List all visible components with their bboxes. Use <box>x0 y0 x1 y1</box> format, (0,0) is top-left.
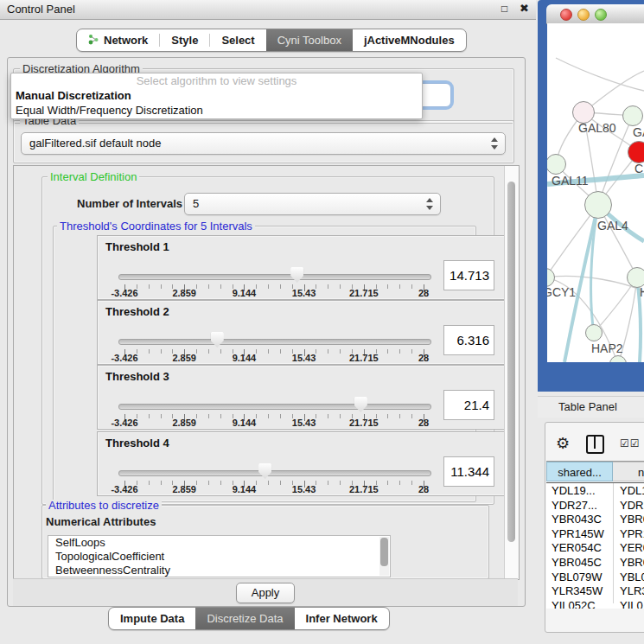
tab-impute-data[interactable]: Impute Data <box>109 608 195 629</box>
threshold-panel: Threshold 2-3.4262.8599.14415.4321.71528… <box>97 300 512 365</box>
cell-name: YER0 <box>620 540 644 555</box>
network-canvas[interactable]: GAL80GACGAL11GAL4GCY1HHAP2 <box>547 23 644 362</box>
threshold-value-field[interactable]: 11.344 <box>443 456 494 487</box>
mac-close-icon[interactable] <box>560 9 572 21</box>
slider-track[interactable] <box>118 274 431 280</box>
slider-tick <box>328 481 328 485</box>
table-row[interactable]: YER054CYER0 <box>546 540 644 555</box>
list-item[interactable]: BetweennessCentrality <box>48 564 390 577</box>
table-data-combo[interactable]: galFiltered.sif default node <box>21 132 506 155</box>
slider-tick-label: 15.43 <box>283 288 326 298</box>
algorithm-popup-options: Manual DiscretizationEqual Width/Frequen… <box>11 88 422 118</box>
table-row[interactable]: YPR145WYPR1 <box>546 526 644 541</box>
table-row[interactable]: YBL079WYBL0 <box>546 570 644 584</box>
network-window-titlebar[interactable] <box>546 4 644 24</box>
threshold-value-field[interactable]: 6.316 <box>443 325 494 355</box>
threshold-value-field[interactable]: 21.4 <box>443 390 494 420</box>
float-window-icon[interactable]: □ <box>501 3 507 15</box>
slider-tick <box>280 481 281 485</box>
number-of-intervals-combo[interactable]: 5 <box>184 193 441 215</box>
algorithm-option[interactable]: Equal Width/Frequency Discretization <box>11 103 422 118</box>
slider-tick <box>280 349 281 354</box>
table-row[interactable]: YIL052CYIL0 <box>546 598 644 609</box>
settings-scrollbar-thumb[interactable] <box>507 182 515 542</box>
network-node-label: GAL4 <box>597 219 628 233</box>
slider-tick <box>328 349 328 354</box>
algorithm-option[interactable]: Manual Discretization <box>11 88 422 103</box>
numerical-attributes-list[interactable]: SelfLoopsTopologicalCoefficientBetweenne… <box>48 535 391 577</box>
cell-name: YIL0 <box>620 598 643 609</box>
table-panel-title: Table Panel <box>558 400 617 413</box>
slider-track[interactable] <box>118 339 431 345</box>
slider-thumb[interactable] <box>290 267 303 283</box>
tab-select[interactable]: Select <box>210 29 265 51</box>
number-of-intervals-value: 5 <box>193 197 199 210</box>
tab-style[interactable]: Style <box>160 29 209 51</box>
tab-discretize-data[interactable]: Discretize Data <box>195 608 294 629</box>
slider-tick-label: 21.715 <box>342 353 386 363</box>
tab-jactivemnodules[interactable]: jActiveMNodules <box>353 29 466 51</box>
table-row[interactable]: YBR043CYBR0 <box>546 512 644 526</box>
split-columns-icon[interactable] <box>586 435 604 454</box>
attribute-items: SelfLoopsTopologicalCoefficientBetweenne… <box>48 536 390 577</box>
cyni-mode-tabbar: Impute DataDiscretize DataInfer Network <box>108 607 390 630</box>
cell-shared-name: YDL19... <box>552 483 596 498</box>
table-row[interactable]: YDR27...YDR2 <box>546 498 644 513</box>
slider-tick <box>340 481 341 485</box>
node-table: shared... na YDL19...YDL1YDR27...YDR2YBR… <box>546 461 644 609</box>
network-node[interactable] <box>628 141 644 163</box>
slider-tick <box>340 284 341 289</box>
slider-track[interactable] <box>118 404 431 410</box>
network-node[interactable] <box>585 324 603 341</box>
slider-thumb[interactable] <box>211 332 224 348</box>
tab-network[interactable]: Network <box>77 29 159 51</box>
list-item[interactable]: SelfLoops <box>48 536 390 550</box>
network-node[interactable] <box>622 105 643 126</box>
cell-name: YBR0 <box>620 555 644 570</box>
gear-icon[interactable]: ⚙ <box>556 434 570 452</box>
table-row[interactable]: YDL19...YDL1 <box>546 483 644 498</box>
slider-tick <box>208 414 209 418</box>
algorithm-popup-hint: Select algorithm to view settings <box>11 73 422 88</box>
slider-tick-label: 15.43 <box>283 484 326 494</box>
slider-tick-label: 15.43 <box>283 353 326 363</box>
slider-tick <box>340 349 341 354</box>
network-view-window[interactable]: GAL80GACGAL11GAL4GCY1HHAP2 <box>538 0 644 392</box>
tab-infer-network[interactable]: Infer Network <box>295 608 389 629</box>
column-checkboxes-icon[interactable]: ☑☑ <box>620 437 641 450</box>
cyni-toolbox-panel: Discretization Algorithm Table Data galF… <box>7 57 526 607</box>
table-row[interactable]: YBR045CYBR0 <box>546 555 644 570</box>
attributes-scrollbar-thumb[interactable] <box>380 538 388 566</box>
close-icon[interactable]: ✖ <box>520 2 529 15</box>
threshold-value-field[interactable]: 14.713 <box>443 260 494 290</box>
table-row[interactable]: YLR345WYLR3 <box>546 583 644 598</box>
thresholds-box: Threshold's Coordinates for 5 Intervals … <box>53 226 476 502</box>
cell-shared-name: YBL079W <box>552 570 603 584</box>
table-data-combo-value: galFiltered.sif default node <box>29 137 161 150</box>
control-panel-titlebar: Control Panel □ ✖ <box>0 0 536 20</box>
tab-cyni-toolbox[interactable]: Cyni Toolbox <box>266 29 353 51</box>
cell-name: YBR0 <box>620 512 644 526</box>
threshold-panel: Threshold 3-3.4262.8599.14415.4321.71528… <box>97 365 512 430</box>
network-node-label: GAL80 <box>578 121 616 135</box>
attributes-scrollbar[interactable] <box>379 537 389 576</box>
column-header-name[interactable]: na <box>613 462 644 481</box>
list-item[interactable]: TopologicalCoefficient <box>48 550 390 564</box>
slider-tick <box>387 349 388 354</box>
slider-thumb[interactable] <box>354 397 367 412</box>
apply-button[interactable]: Apply <box>236 583 295 603</box>
network-node[interactable] <box>584 191 612 219</box>
column-header-shared-name[interactable]: shared... <box>546 462 613 481</box>
settings-scrollbar[interactable] <box>504 166 519 579</box>
mac-minimize-icon[interactable] <box>577 9 590 21</box>
network-node-label: GAL11 <box>552 174 589 188</box>
tab-label: Style <box>171 34 198 47</box>
mac-zoom-icon[interactable] <box>595 9 607 21</box>
slider-tick-label: -3.426 <box>103 288 146 298</box>
slider-tick <box>387 481 388 485</box>
slider-thumb[interactable] <box>258 463 271 479</box>
slider-tick <box>208 349 209 354</box>
slider-track[interactable] <box>118 470 431 476</box>
cell-name: YDL1 <box>620 483 644 498</box>
threshold-title: Threshold 4 <box>105 437 169 450</box>
